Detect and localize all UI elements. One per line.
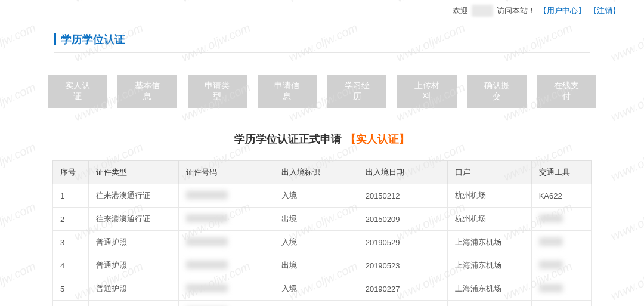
cell-flag: 出境 (274, 254, 358, 277)
welcome-text: 欢迎 (453, 5, 468, 16)
step-upload-material[interactable]: 上传材料 (397, 75, 456, 108)
table-row: 4普通护照出境20190523上海浦东机场 (53, 254, 592, 277)
cell-port: 杭州机场 (448, 184, 531, 208)
records-table: 序号 证件类型 证件号码 出入境标识 出入境日期 口岸 交通工具 1往来港澳通行… (52, 160, 592, 306)
cell-date: 20190529 (358, 231, 448, 254)
cell-type: 往来港澳通行证 (89, 184, 179, 208)
th-port: 口岸 (448, 161, 531, 184)
th-idno: 证件号码 (178, 161, 274, 184)
th-vehicle: 交通工具 (531, 161, 591, 184)
th-type: 证件类型 (89, 161, 179, 184)
content-wrapper: 学历学位认证 实人认证 基本信息 申请类型 申请信息 学习经历 上传材料 确认提… (0, 21, 644, 306)
step-apply-info[interactable]: 申请信息 (258, 75, 317, 108)
cell-type: 普通护照 (89, 277, 179, 301)
cell-idno (178, 254, 274, 277)
cell-no: 5 (53, 277, 89, 301)
cell-port: 上海浦东机场 (448, 254, 531, 277)
step-apply-type[interactable]: 申请类型 (188, 75, 247, 108)
cell-port: 上海浦东机场 (448, 301, 531, 307)
cell-date: 20190227 (358, 277, 448, 301)
step-study-history[interactable]: 学习经历 (327, 75, 386, 108)
cell-flag: 出境 (274, 301, 358, 307)
cell-vehicle (531, 254, 591, 277)
cell-idno (178, 208, 274, 231)
cell-vehicle (531, 231, 591, 254)
cell-idno (178, 184, 274, 208)
cell-no: 6 (53, 301, 89, 307)
table-row: 6普通护照出境20190212上海浦东机场MU70 (53, 301, 592, 307)
table-row: 1往来港澳通行证入境20150212杭州机场KA622 (53, 184, 592, 208)
main-title: 学历学位认证正式申请 【实人认证】 (48, 132, 596, 146)
step-confirm-submit[interactable]: 确认提交 (467, 75, 527, 108)
cell-date: 20150209 (358, 208, 448, 231)
top-bar: 欢迎 访问本站！ 【用户中心】 【注销】 (0, 0, 644, 21)
cell-idno (178, 277, 274, 301)
th-date: 出入境日期 (358, 161, 448, 184)
cell-type: 普通护照 (89, 231, 179, 254)
th-flag: 出入境标识 (274, 161, 358, 184)
cell-flag: 出境 (274, 208, 358, 231)
cell-port: 上海浦东机场 (448, 231, 531, 254)
step-nav: 实人认证 基本信息 申请类型 申请信息 学习经历 上传材料 确认提交 在线支付 (48, 75, 596, 108)
section-title-text: 学历学位认证 (61, 32, 125, 47)
table-row: 5普通护照入境20190227上海浦东机场 (53, 277, 592, 301)
step-identity[interactable]: 实人认证 (48, 75, 107, 108)
cell-no: 4 (53, 254, 89, 277)
cell-type: 普通护照 (89, 301, 179, 307)
table-row: 3普通护照入境20190529上海浦东机场 (53, 231, 592, 254)
title-bar-icon (54, 33, 56, 45)
main-title-orange: 【实人认证】 (345, 133, 410, 145)
cell-no: 3 (53, 231, 89, 254)
cell-idno (178, 301, 274, 307)
table-wrap: 序号 证件类型 证件号码 出入境标识 出入境日期 口岸 交通工具 1往来港澳通行… (48, 160, 596, 306)
section-title: 学历学位认证 (54, 21, 590, 53)
cell-flag: 入境 (274, 277, 358, 301)
cell-type: 往来港澳通行证 (89, 208, 179, 231)
cell-vehicle: MU70 (531, 301, 591, 307)
cell-port: 杭州机场 (448, 208, 531, 231)
user-center-link[interactable]: 【用户中心】 (539, 5, 586, 16)
cell-flag: 入境 (274, 184, 358, 208)
step-online-pay[interactable]: 在线支付 (537, 75, 596, 108)
main-title-black: 学历学位认证正式申请 (234, 133, 342, 145)
cell-vehicle (531, 277, 591, 301)
cell-date: 20150212 (358, 184, 448, 208)
logout-link[interactable]: 【注销】 (589, 5, 620, 16)
cell-vehicle: KA622 (531, 184, 591, 208)
cell-type: 普通护照 (89, 254, 179, 277)
avatar (472, 5, 493, 17)
step-basic-info[interactable]: 基本信息 (117, 75, 177, 108)
cell-idno (178, 231, 274, 254)
table-header-row: 序号 证件类型 证件号码 出入境标识 出入境日期 口岸 交通工具 (53, 161, 592, 184)
cell-vehicle (531, 208, 591, 231)
cell-no: 1 (53, 184, 89, 208)
cell-flag: 入境 (274, 231, 358, 254)
table-row: 2往来港澳通行证出境20150209杭州机场 (53, 208, 592, 231)
cell-no: 2 (53, 208, 89, 231)
visit-text: 访问本站！ (497, 5, 535, 16)
table-body: 1往来港澳通行证入境20150212杭州机场KA6222往来港澳通行证出境201… (53, 184, 592, 307)
cell-date: 20190523 (358, 254, 448, 277)
cell-date: 20190212 (358, 301, 448, 307)
cell-port: 上海浦东机场 (448, 277, 531, 301)
th-no: 序号 (53, 161, 89, 184)
